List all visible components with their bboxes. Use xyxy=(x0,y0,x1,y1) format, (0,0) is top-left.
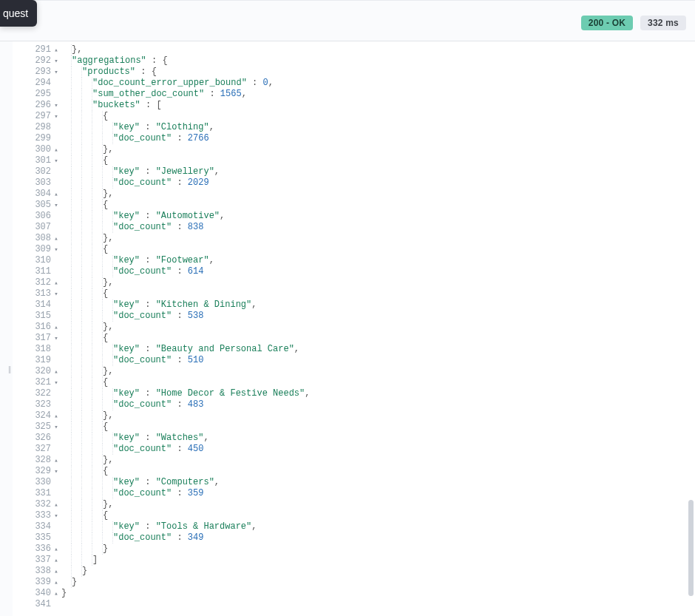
code-line[interactable]: "doc_count" : 538 xyxy=(61,311,682,322)
code-line[interactable]: "doc_count" : 359 xyxy=(61,488,682,499)
line-number: 338▴ xyxy=(13,566,61,577)
code-line[interactable]: "buckets" : [ xyxy=(61,100,682,111)
code-line[interactable]: }, xyxy=(61,366,682,377)
fold-collapse-icon[interactable]: ▾ xyxy=(52,511,60,522)
code-line[interactable]: { xyxy=(61,200,682,211)
json-punctuation: [ xyxy=(156,100,161,110)
json-string: "key" xyxy=(113,521,140,532)
code-line[interactable]: }, xyxy=(61,322,682,333)
code-line[interactable]: "doc_count" : 2029 xyxy=(61,177,682,189)
fold-collapse-icon[interactable]: ▾ xyxy=(52,422,60,433)
json-punctuation: : xyxy=(140,521,156,532)
fold-collapse-icon[interactable]: ▾ xyxy=(52,56,60,67)
code-line[interactable]: "key" : "Home Decor & Festive Needs", xyxy=(61,388,682,399)
line-number: 305▾ xyxy=(13,200,61,211)
fold-collapse-icon[interactable]: ▾ xyxy=(52,156,60,167)
code-line[interactable]: { xyxy=(61,155,682,166)
code-line[interactable]: "key" : "Kitchen & Dining", xyxy=(61,299,682,311)
fold-collapse-icon[interactable]: ▾ xyxy=(52,334,60,345)
code-line[interactable]: "aggregations" : { xyxy=(61,55,682,67)
request-button[interactable]: quest xyxy=(0,0,37,27)
code-line[interactable]: "key" : "Watches", xyxy=(61,433,682,444)
code-line[interactable]: } xyxy=(61,588,682,599)
json-punctuation: : xyxy=(204,89,220,99)
code-line[interactable]: "sum_other_doc_count" : 1565, xyxy=(61,89,682,100)
code-line[interactable]: "key" : "Automotive", xyxy=(61,211,682,222)
scrollbar-thumb[interactable] xyxy=(688,500,694,596)
line-number: 291▴ xyxy=(13,44,61,55)
fold-expand-icon[interactable]: ▴ xyxy=(52,500,60,511)
fold-expand-icon[interactable]: ▴ xyxy=(52,367,60,378)
fold-collapse-icon[interactable]: ▾ xyxy=(52,378,60,389)
fold-expand-icon[interactable]: ▴ xyxy=(52,456,60,467)
code-line[interactable]: }, xyxy=(61,410,682,422)
fold-collapse-icon[interactable]: ▾ xyxy=(52,467,60,478)
code-line[interactable]: }, xyxy=(61,499,682,510)
code-line[interactable]: "doc_count" : 2766 xyxy=(61,133,682,144)
code-line[interactable]: { xyxy=(61,333,682,344)
code-line[interactable]: { xyxy=(61,288,682,299)
code-line[interactable]: "key" : "Beauty and Personal Care", xyxy=(61,344,682,355)
code-line[interactable]: { xyxy=(61,377,682,388)
fold-collapse-icon[interactable]: ▾ xyxy=(52,112,60,123)
json-string: "Automotive" xyxy=(156,211,220,221)
json-punctuation: : xyxy=(172,177,188,188)
code-line[interactable]: }, xyxy=(61,44,682,55)
code-line[interactable] xyxy=(61,599,682,610)
code-line[interactable]: "doc_count" : 614 xyxy=(61,266,682,277)
code-line[interactable]: "products" : { xyxy=(61,67,682,78)
code-line[interactable]: }, xyxy=(61,455,682,466)
fold-expand-icon[interactable]: ▴ xyxy=(52,555,60,566)
code-line[interactable]: "key" : "Footwear", xyxy=(61,255,682,266)
code-line[interactable]: "doc_count" : 450 xyxy=(61,444,682,455)
fold-expand-icon[interactable]: ▴ xyxy=(52,566,60,578)
fold-collapse-icon[interactable]: ▾ xyxy=(52,200,60,211)
code-line[interactable]: } xyxy=(61,577,682,588)
code-line[interactable]: "doc_count_error_upper_bound" : 0, xyxy=(61,78,682,89)
code-line[interactable]: { xyxy=(61,422,682,433)
code-line[interactable]: "doc_count" : 483 xyxy=(61,399,682,410)
fold-expand-icon[interactable]: ▴ xyxy=(52,189,60,200)
code-line[interactable]: } xyxy=(61,566,682,577)
code-line[interactable]: }, xyxy=(61,277,682,288)
line-number: 323 xyxy=(13,399,61,410)
fold-expand-icon[interactable]: ▴ xyxy=(52,589,60,600)
fold-expand-icon[interactable]: ▴ xyxy=(52,45,60,56)
code-line[interactable]: }, xyxy=(61,233,682,244)
fold-collapse-icon[interactable]: ▾ xyxy=(52,67,60,78)
code-line[interactable]: }, xyxy=(61,144,682,155)
fold-expand-icon[interactable]: ▴ xyxy=(52,278,60,289)
code-line[interactable]: "key" : "Clothing", xyxy=(61,122,682,133)
code-line[interactable]: "doc_count" : 349 xyxy=(61,532,682,544)
fold-collapse-icon[interactable]: ▾ xyxy=(52,101,60,112)
code-line[interactable]: "doc_count" : 838 xyxy=(61,222,682,233)
fold-expand-icon[interactable]: ▴ xyxy=(52,234,60,245)
vertical-scrollbar[interactable] xyxy=(685,41,695,616)
panel-resize-strip[interactable]: || xyxy=(0,41,13,616)
code-line[interactable]: "key" : "Jewellery", xyxy=(61,166,682,177)
code-line[interactable]: "key" : "Tools & Hardware", xyxy=(61,521,682,532)
code-area[interactable]: },"aggregations" : {"products" : {"doc_c… xyxy=(61,41,682,616)
code-line[interactable]: { xyxy=(61,466,682,477)
code-line[interactable]: { xyxy=(61,111,682,122)
code-line[interactable]: { xyxy=(61,510,682,521)
code-line[interactable]: "key" : "Computers", xyxy=(61,477,682,488)
json-number: 2029 xyxy=(188,177,209,188)
fold-expand-icon[interactable]: ▴ xyxy=(52,544,60,555)
fold-expand-icon[interactable]: ▴ xyxy=(52,145,60,156)
line-number: 332▴ xyxy=(13,499,61,510)
code-line[interactable]: } xyxy=(61,544,682,555)
fold-expand-icon[interactable]: ▴ xyxy=(52,411,60,422)
line-gutter[interactable]: 291▴292▾293▾294295296▾297▾298299300▴301▾… xyxy=(13,41,61,616)
code-line[interactable]: { xyxy=(61,244,682,255)
code-line[interactable]: ] xyxy=(61,555,682,566)
page-root: { "floating_button": { "label": "quest" … xyxy=(0,0,695,616)
json-punctuation: : xyxy=(140,433,156,443)
fold-collapse-icon[interactable]: ▾ xyxy=(52,289,60,300)
code-line[interactable]: "doc_count" : 510 xyxy=(61,355,682,366)
fold-expand-icon[interactable]: ▴ xyxy=(52,322,60,334)
code-line[interactable]: }, xyxy=(61,189,682,200)
fold-collapse-icon[interactable]: ▾ xyxy=(52,245,60,256)
response-editor[interactable]: 291▴292▾293▾294295296▾297▾298299300▴301▾… xyxy=(13,41,695,616)
fold-expand-icon[interactable]: ▴ xyxy=(52,578,60,589)
